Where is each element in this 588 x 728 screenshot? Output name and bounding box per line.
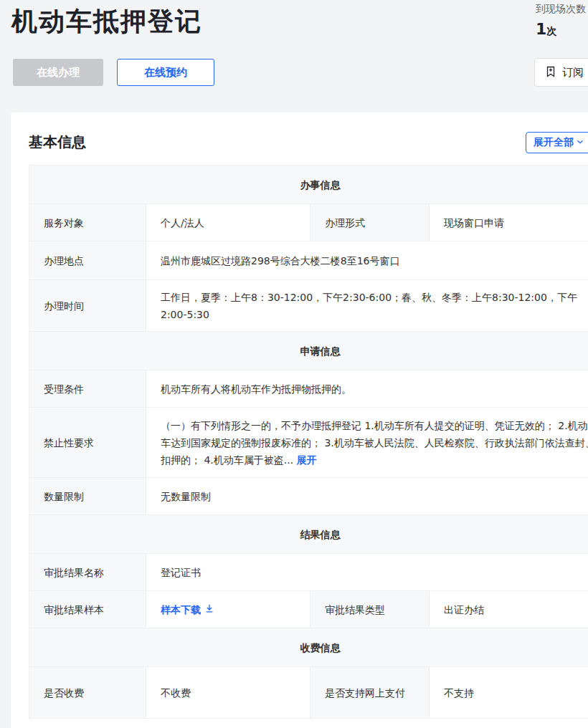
- row-value: 样本下载: [146, 591, 310, 628]
- row-value: 温州市鹿城区过境路298号综合大楼二楼8至16号窗口: [146, 241, 588, 280]
- row-label: 是否收费: [29, 667, 146, 719]
- page-title: 机动车抵押登记: [11, 4, 202, 39]
- row-label: 数量限制: [29, 478, 146, 515]
- prohibition-text: （一）有下列情形之一的，不予办理抵押登记 1.机动车所有人提交的证明、凭证无效的…: [161, 420, 588, 466]
- online-handle-button[interactable]: 在线办理: [13, 59, 103, 86]
- visit-count-number: 1: [536, 20, 546, 38]
- subscribe-button[interactable]: 订阅: [534, 58, 588, 87]
- row-label: 禁止性要求: [29, 408, 146, 478]
- expand-all-label: 展开全部: [534, 136, 574, 149]
- expand-all-button[interactable]: 展开全部: [526, 132, 588, 153]
- table-row-result-sample: 审批结果样本 样本下载 审批结果类型 出证办结: [29, 591, 588, 628]
- section-header-shoufei: 收费信息: [29, 628, 588, 667]
- expand-link[interactable]: 展开: [297, 454, 317, 466]
- download-icon: [204, 601, 214, 618]
- row-value: 无数量限制: [146, 478, 588, 515]
- table-row-fee: 是否收费 不收费 是否支持网上支付 不支持: [29, 667, 588, 719]
- row-label: 办理形式: [310, 204, 430, 241]
- row-value: 工作日，夏季：上午8：30-12:00，下午2:30-6:00；春、秋、冬季：上…: [146, 280, 588, 332]
- table-row-quantity: 数量限制 无数量限制: [29, 478, 588, 515]
- section-header-jieguo: 结果信息: [29, 515, 588, 554]
- row-value: 出证办结: [430, 591, 588, 628]
- section-header-shenqing: 申请信息: [29, 332, 588, 370]
- section-row-shoufei: 收费信息: [29, 628, 588, 667]
- row-value: 登记证书: [146, 554, 588, 591]
- visit-count-label: 到现场次数: [536, 3, 588, 16]
- card-title: 基本信息: [29, 133, 86, 152]
- section-row-jieguo: 结果信息: [29, 515, 588, 554]
- sample-download-link[interactable]: 样本下载: [161, 601, 214, 618]
- row-label: 办理时间: [29, 280, 146, 332]
- section-row-shenqing: 申请信息: [29, 332, 588, 370]
- section-header-banshi: 办事信息: [29, 166, 588, 204]
- row-label: 审批结果类型: [310, 591, 430, 628]
- row-value: 个人/法人: [146, 204, 310, 241]
- table-row-service: 服务对象 个人/法人 办理形式 现场窗口申请: [29, 204, 588, 241]
- row-value: （一）有下列情形之一的，不予办理抵押登记 1.机动车所有人提交的证明、凭证无效的…: [146, 408, 588, 478]
- row-label: 审批结果样本: [29, 591, 146, 628]
- visit-count-stat: 到现场次数 1次: [536, 3, 588, 38]
- table-row-time: 办理时间 工作日，夏季：上午8：30-12:00，下午2:30-6:00；春、秋…: [29, 280, 588, 332]
- subscribe-label: 订阅: [562, 66, 584, 80]
- table-row-location: 办理地点 温州市鹿城区过境路298号综合大楼二楼8至16号窗口: [29, 241, 588, 280]
- chevron-down-icon: [576, 137, 584, 148]
- basic-info-card: 基本信息 展开全部 办事信息 服务对象 个人/法人 办理形式 现场窗口申请 办理…: [11, 112, 588, 728]
- row-value: 不收费: [146, 667, 310, 719]
- sample-download-label: 样本下载: [161, 601, 201, 618]
- row-label: 办理地点: [29, 241, 146, 280]
- row-label: 是否支持网上支付: [310, 667, 430, 719]
- visit-count-unit: 次: [546, 25, 556, 37]
- row-label: 审批结果名称: [29, 554, 146, 591]
- row-label: 受理条件: [29, 370, 146, 408]
- row-value: 现场窗口申请: [430, 204, 588, 241]
- row-label: 服务对象: [29, 204, 146, 241]
- table-row-prohibitions: 禁止性要求 （一）有下列情形之一的，不予办理抵押登记 1.机动车所有人提交的证明…: [29, 408, 588, 478]
- online-reserve-button[interactable]: 在线预约: [117, 59, 214, 86]
- visit-count-value: 1次: [536, 20, 588, 38]
- bookmark-plus-icon: [545, 66, 556, 80]
- row-value: 机动车所有人将机动车作为抵押物抵押的。: [146, 370, 588, 408]
- table-row-result-name: 审批结果名称 登记证书: [29, 554, 588, 591]
- row-value: 不支持: [430, 667, 588, 719]
- section-row-banshi: 办事信息: [29, 166, 588, 204]
- table-row-conditions: 受理条件 机动车所有人将机动车作为抵押物抵押的。: [29, 370, 588, 408]
- basic-info-table: 办事信息 服务对象 个人/法人 办理形式 现场窗口申请 办理地点 温州市鹿城区过…: [29, 165, 588, 719]
